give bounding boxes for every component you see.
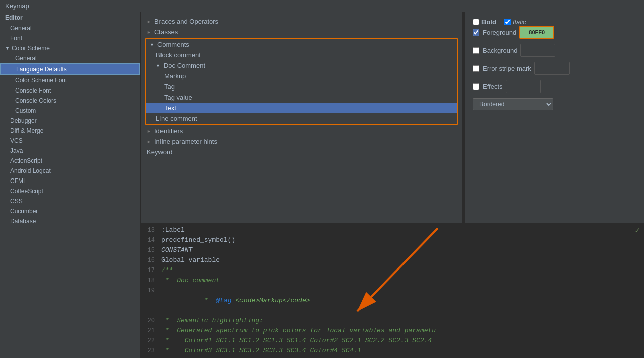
- italic-item: Italic: [504, 18, 526, 26]
- classes-arrow: ►: [147, 30, 151, 35]
- code-content-21: * Generated spectrum to pick colors for …: [159, 326, 644, 336]
- code-content-14: predefined_symbol(): [159, 235, 644, 245]
- tree-item-tag[interactable]: Tag: [146, 81, 457, 92]
- identifiers-label: Identifiers: [154, 127, 183, 135]
- code-19-prefix: *: [200, 297, 216, 304]
- doc-comment-arrow: ▼: [156, 63, 160, 68]
- code-line-23: 23 * Color#3 SC3.1 SC3.2 SC3.3 SC3.4 Col…: [141, 346, 644, 356]
- title-bar: Keymap: [0, 0, 644, 12]
- code-line-19: 19 * @tag <code>Markup</code>: [141, 286, 644, 316]
- tree-item-doc-comment[interactable]: ▼ Doc Comment: [146, 60, 457, 71]
- italic-label: Italic: [513, 18, 526, 26]
- error-stripe-checkbox[interactable]: [473, 65, 479, 72]
- background-row: Background: [473, 44, 636, 57]
- bold-checkbox[interactable]: [473, 19, 479, 25]
- sidebar-item-console-colors[interactable]: Console Colors: [0, 96, 140, 106]
- foreground-label: Foreground: [482, 29, 516, 36]
- line-num-15: 15: [141, 245, 159, 255]
- error-stripe-label: Error stripe mark: [482, 65, 531, 72]
- tree-item-classes[interactable]: ► Classes: [141, 27, 462, 37]
- sidebar-item-language-defaults[interactable]: Language Defaults: [0, 63, 140, 75]
- foreground-color-box[interactable]: 80FF0: [519, 26, 554, 39]
- code-content-20: * Semantic highlighting:: [159, 316, 644, 326]
- foreground-checkbox[interactable]: [473, 29, 479, 36]
- sidebar-item-css[interactable]: CSS: [0, 196, 140, 206]
- sidebar-item-color-scheme[interactable]: ▼ Color Scheme: [0, 43, 140, 53]
- effects-checkbox[interactable]: [473, 83, 479, 90]
- background-color-box[interactable]: [520, 44, 555, 57]
- sidebar-item-general[interactable]: General: [0, 23, 140, 33]
- doc-comment-label: Doc Comment: [164, 62, 205, 69]
- code-preview: ✓ 13 :Label 14 predefined_symbol() 15 CO…: [141, 223, 644, 358]
- sidebar: Editor General Font ▼ Color Scheme Gener…: [0, 12, 141, 358]
- italic-checkbox[interactable]: [504, 19, 511, 25]
- code-line-13: 13 :Label: [141, 225, 644, 235]
- tree-item-block-comment[interactable]: Block comment: [146, 50, 457, 60]
- tree-panel: ► Braces and Operators ► Classes ▼ Comme…: [141, 12, 463, 223]
- color-scheme-arrow: ▼: [5, 46, 10, 51]
- code-content-23: * Color#3 SC3.1 SC3.2 SC3.3 SC3.4 Color#…: [159, 346, 644, 356]
- tree-item-text[interactable]: Text: [146, 103, 457, 113]
- text-label: Text: [164, 104, 176, 112]
- line-num-18: 18: [141, 276, 159, 286]
- options-panel: Bold Italic Foreground 80FF0: [465, 12, 644, 223]
- sidebar-item-database[interactable]: Database: [0, 216, 140, 226]
- inline-hints-arrow: ►: [147, 139, 151, 144]
- code-line-20: 20 * Semantic highlighting:: [141, 316, 644, 326]
- tree-item-braces[interactable]: ► Braces and Operators: [141, 16, 462, 27]
- markup-label: Markup: [164, 72, 186, 80]
- tree-item-comments[interactable]: ▼ Comments: [146, 39, 457, 50]
- sidebar-item-color-general[interactable]: General: [0, 53, 140, 63]
- line-num-21: 21: [141, 326, 159, 336]
- effects-label: Effects: [482, 83, 503, 91]
- tag-value-label: Tag value: [164, 94, 192, 101]
- sidebar-item-debugger[interactable]: Debugger: [0, 116, 140, 126]
- sidebar-item-android-logcat[interactable]: Android Logcat: [0, 166, 140, 176]
- sidebar-item-vcs[interactable]: VCS: [0, 136, 140, 146]
- effects-dropdown-row: Bordered Underscored Bold Underscored Un…: [473, 98, 636, 110]
- tree-item-tag-value[interactable]: Tag value: [146, 92, 457, 103]
- line-num-23: 23: [141, 346, 159, 356]
- tree-item-line-comment[interactable]: Line comment: [146, 113, 457, 124]
- tree-item-markup[interactable]: Markup: [146, 71, 457, 81]
- code-line-16: 16 Global variable: [141, 255, 644, 265]
- main-layout: Editor General Font ▼ Color Scheme Gener…: [0, 12, 644, 358]
- code-content-18: * Doc comment: [159, 276, 644, 286]
- code-content-13: :Label: [159, 225, 644, 235]
- background-checkbox[interactable]: [473, 47, 479, 54]
- tree-item-inline-hints[interactable]: ► Inline parameter hints: [141, 136, 462, 147]
- checkmark-icon: ✓: [635, 225, 640, 235]
- code-content-17: /**: [159, 265, 644, 276]
- effects-color-box[interactable]: [506, 80, 541, 93]
- effects-dropdown[interactable]: Bordered Underscored Bold Underscored Un…: [473, 98, 553, 110]
- line-num-20: 20: [141, 316, 159, 326]
- line-num-13: 13: [141, 225, 159, 235]
- sidebar-item-diff-merge[interactable]: Diff & Merge: [0, 126, 140, 136]
- line-comment-label: Line comment: [156, 115, 197, 122]
- tag-label: Tag: [164, 83, 175, 91]
- sidebar-header: Editor: [0, 12, 140, 23]
- code-line-14: 14 predefined_symbol(): [141, 235, 644, 245]
- sidebar-item-cucumber[interactable]: Cucumber: [0, 206, 140, 216]
- right-panel: ► Braces and Operators ► Classes ▼ Comme…: [141, 12, 644, 358]
- line-num-19: 19: [141, 286, 159, 316]
- code-line-17: 17 /**: [141, 265, 644, 276]
- classes-label: Classes: [154, 28, 178, 36]
- sidebar-item-color-scheme-font[interactable]: Color Scheme Font: [0, 75, 140, 85]
- code-line-18: 18 * Doc comment: [141, 276, 644, 286]
- code-19-tag: @tag: [216, 297, 231, 304]
- color-scheme-label: Color Scheme: [12, 45, 50, 52]
- sidebar-item-coffeescript[interactable]: CoffeeScript: [0, 186, 140, 196]
- code-content-19: * @tag <code>Markup</code>: [159, 286, 644, 316]
- sidebar-item-console-font[interactable]: Console Font: [0, 85, 140, 96]
- comments-label: Comments: [157, 41, 189, 48]
- code-19-code: <code>Markup</code>: [235, 297, 310, 304]
- sidebar-item-custom[interactable]: Custom: [0, 106, 140, 116]
- sidebar-item-java[interactable]: Java: [0, 146, 140, 156]
- tree-item-keyword[interactable]: Keyword: [141, 147, 462, 157]
- sidebar-item-cfml[interactable]: CFML: [0, 176, 140, 186]
- sidebar-item-font[interactable]: Font: [0, 33, 140, 43]
- error-stripe-color-box[interactable]: [534, 62, 570, 75]
- tree-item-identifiers[interactable]: ► Identifiers: [141, 126, 462, 136]
- sidebar-item-actionscript[interactable]: ActionScript: [0, 156, 140, 166]
